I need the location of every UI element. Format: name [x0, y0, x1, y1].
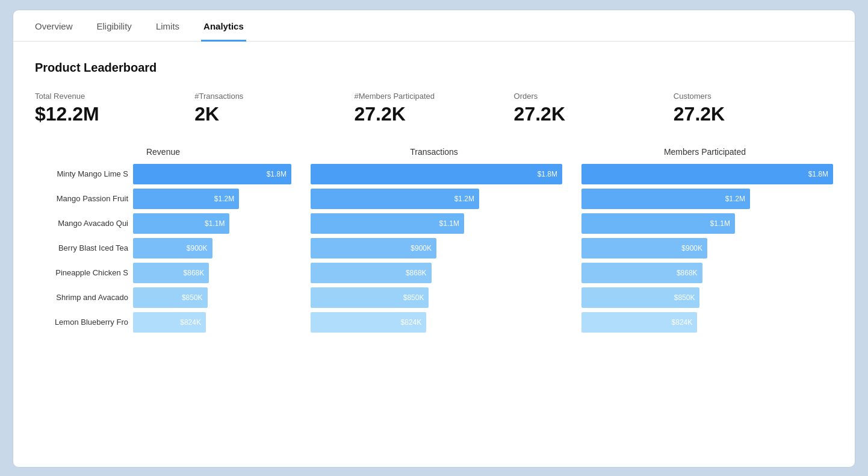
chart-title: Members Participated — [577, 147, 833, 157]
bar-value-label: $850K — [403, 293, 424, 302]
bar-container: $900K — [311, 238, 562, 258]
bar-label: Berry Blast Iced Tea — [35, 243, 128, 252]
bar: $1.2M — [581, 189, 750, 209]
bar-value-label: $900K — [411, 244, 432, 252]
bar-container: $1.2M — [133, 189, 291, 209]
bar-label: Mango Passion Fruit — [35, 194, 128, 203]
bar-value-label: $1.2M — [725, 195, 745, 203]
bar-container: $900K — [581, 238, 833, 258]
stat-label: Customers — [674, 92, 833, 101]
bar-value-label: $1.2M — [214, 195, 234, 203]
bar-container: $824K — [581, 312, 833, 333]
stats-row: Total Revenue $12.2M #Transactions 2K #M… — [35, 92, 833, 125]
chart-title: Transactions — [306, 147, 562, 157]
bar: $1.2M — [311, 189, 479, 209]
bar: $1.8M — [133, 164, 291, 184]
bar: $868K — [581, 263, 702, 283]
tab-eligibility[interactable]: Eligibility — [95, 10, 134, 42]
bar-value-label: $1.1M — [439, 219, 459, 228]
bar: $900K — [311, 238, 436, 258]
bar-value-label: $824K — [672, 318, 693, 327]
main-card: OverviewEligibilityLimitsAnalytics Produ… — [13, 10, 855, 468]
bar-label: Shrimp and Avacado — [35, 293, 128, 302]
content-area: Product Leaderboard Total Revenue $12.2M… — [13, 42, 855, 349]
stat-label: #Members Participated — [354, 92, 513, 101]
chart-section-1: Transactions$1.8M$1.2M$1.1M$900K$868K$85… — [306, 147, 577, 337]
stat-item: Customers 27.2K — [674, 92, 833, 125]
stat-label: Orders — [514, 92, 674, 101]
stat-value: 27.2K — [514, 103, 674, 125]
stat-item: #Transactions 2K — [194, 92, 354, 125]
bar-container: $850K — [133, 287, 291, 308]
bar: $850K — [311, 287, 429, 308]
bar-row: $1.2M — [577, 189, 833, 209]
bar-label: Minty Mango Lime S — [35, 169, 128, 178]
bar-container: $1.8M — [581, 164, 833, 184]
bar-value-label: $1.8M — [267, 170, 287, 178]
bar-row: $868K — [306, 263, 562, 283]
bar-container: $868K — [581, 263, 833, 283]
bar-row: $900K — [577, 238, 833, 258]
tab-limits[interactable]: Limits — [153, 10, 182, 42]
stat-value: 2K — [194, 103, 354, 125]
bar-value-label: $1.8M — [538, 170, 557, 178]
bar-label: Lemon Blueberry Fro — [35, 318, 128, 327]
bar-row: $850K — [306, 287, 562, 308]
bar-container: $824K — [311, 312, 562, 333]
bar-value-label: $868K — [406, 269, 427, 277]
bar-container: $868K — [133, 263, 291, 283]
bar-value-label: $868K — [677, 269, 698, 277]
bar: $824K — [311, 312, 426, 333]
tab-bar: OverviewEligibilityLimitsAnalytics — [13, 10, 855, 42]
tab-overview[interactable]: Overview — [33, 10, 75, 42]
bar-value-label: $850K — [674, 293, 695, 302]
bar-container: $1.1M — [311, 213, 562, 234]
bar-row: $868K — [577, 263, 833, 283]
bar-row: Shrimp and Avacado$850K — [35, 287, 291, 308]
stat-item: #Members Participated 27.2K — [354, 92, 513, 125]
bar-row: $824K — [577, 312, 833, 333]
stat-value: 27.2K — [354, 103, 513, 125]
bar-value-label: $1.2M — [454, 195, 474, 203]
bar: $1.1M — [581, 213, 735, 234]
chart-section-0: RevenueMinty Mango Lime S$1.8MMango Pass… — [35, 147, 306, 337]
bar-container: $1.2M — [581, 189, 833, 209]
tab-analytics[interactable]: Analytics — [201, 10, 246, 42]
bar-row: Pineapple Chicken S$868K — [35, 263, 291, 283]
bar-container: $1.8M — [311, 164, 562, 184]
bar: $850K — [581, 287, 699, 308]
bar-value-label: $1.8M — [808, 170, 828, 178]
chart-title: Revenue — [35, 147, 291, 157]
bar: $868K — [311, 263, 432, 283]
bar-label: Mango Avacado Qui — [35, 219, 128, 228]
bar: $824K — [581, 312, 697, 333]
bar-row: $850K — [577, 287, 833, 308]
bar: $1.8M — [581, 164, 833, 184]
bar-value-label: $1.1M — [710, 219, 730, 228]
bar-container: $900K — [133, 238, 291, 258]
bar-row: $900K — [306, 238, 562, 258]
bar: $1.2M — [133, 189, 239, 209]
bar-label: Pineapple Chicken S — [35, 268, 128, 277]
bar-row: $824K — [306, 312, 562, 333]
bar-row: $1.1M — [306, 213, 562, 234]
bar-row: $1.2M — [306, 189, 562, 209]
bar-value-label: $868K — [184, 269, 205, 277]
bar: $900K — [133, 238, 212, 258]
stat-item: Total Revenue $12.2M — [35, 92, 194, 125]
bar-container: $1.8M — [133, 164, 291, 184]
stat-value: $12.2M — [35, 103, 194, 125]
bar-value-label: $824K — [401, 318, 422, 327]
bar-container: $1.1M — [133, 213, 291, 234]
bar-value-label: $900K — [681, 244, 702, 252]
bar-container: $850K — [581, 287, 833, 308]
bar: $850K — [133, 287, 208, 308]
bar: $824K — [133, 312, 206, 333]
bar-row: Minty Mango Lime S$1.8M — [35, 164, 291, 184]
page-title: Product Leaderboard — [35, 61, 833, 75]
bar: $1.8M — [311, 164, 562, 184]
bar-value-label: $824K — [180, 318, 201, 327]
bar-value-label: $1.1M — [205, 219, 225, 228]
stat-label: Total Revenue — [35, 92, 194, 101]
bar-row: Berry Blast Iced Tea$900K — [35, 238, 291, 258]
